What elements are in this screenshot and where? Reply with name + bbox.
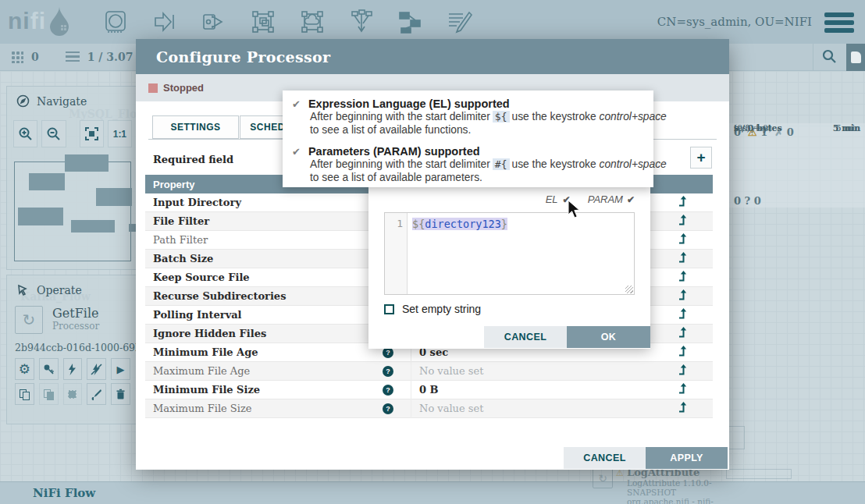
group-button[interactable]: [63, 383, 83, 405]
output-port-component-icon[interactable]: [200, 8, 228, 36]
property-row[interactable]: Minimum File Size ? 0 B: [145, 381, 713, 399]
required-field-label: Required field: [153, 154, 233, 165]
convert-to-parameter-icon[interactable]: [678, 364, 688, 378]
property-name: Maximum File Size: [145, 403, 379, 414]
help-icon[interactable]: ?: [383, 366, 393, 377]
access-policies-button[interactable]: [39, 358, 59, 380]
property-value[interactable]: 0 B: [411, 381, 659, 399]
convert-to-parameter-icon[interactable]: [678, 346, 688, 360]
operate-title: Operate: [37, 284, 82, 296]
processor-component-icon[interactable]: [101, 8, 130, 36]
property-row[interactable]: Maximum File Age ? No value set: [145, 362, 713, 381]
delete-button[interactable]: [111, 383, 130, 405]
zoom-in-button[interactable]: [13, 120, 37, 147]
input-port-component-icon[interactable]: [151, 8, 179, 36]
tooltip-body-line2: to see a list of available functions.: [310, 123, 653, 137]
label-component-icon[interactable]: [446, 8, 474, 36]
start-button[interactable]: ▶: [111, 358, 130, 380]
editor-code-area[interactable]: ${directory123}: [408, 213, 634, 294]
tab-settings[interactable]: SETTINGS: [152, 115, 239, 139]
enable-button[interactable]: [63, 358, 83, 380]
configuration-button[interactable]: ⚙: [15, 358, 34, 380]
editor-cancel-button[interactable]: CANCEL: [484, 326, 567, 348]
property-value[interactable]: No value set: [411, 362, 659, 381]
search-icon[interactable]: [821, 48, 837, 67]
convert-to-parameter-icon[interactable]: [678, 271, 688, 285]
bulletin-board-button[interactable]: [846, 44, 865, 71]
tooltip-item: ✔ Expression Language (EL) supported Aft…: [292, 98, 653, 137]
cancel-button[interactable]: CANCEL: [564, 447, 646, 469]
set-empty-string-checkbox[interactable]: [384, 304, 394, 314]
help-icon[interactable]: ?: [383, 385, 393, 396]
disable-button[interactable]: [87, 358, 106, 380]
zoom-fit-button[interactable]: [80, 120, 104, 147]
convert-to-parameter-icon[interactable]: [678, 252, 688, 266]
convert-to-parameter-icon[interactable]: [678, 233, 688, 247]
processor-icon: ↻: [593, 468, 613, 488]
property-row[interactable]: Maximum File Size ? No value set: [145, 399, 713, 418]
check-icon: ✔: [292, 98, 301, 110]
component-type: Processor: [52, 321, 130, 332]
bg-logattribute-processor: ↻ ⚠ LogAttribute LogAttribute 1.10.0-SNA…: [582, 467, 742, 504]
property-name: Ignore Hidden Files: [145, 328, 379, 339]
expression-code-editor[interactable]: 1 ${directory123}: [384, 212, 635, 295]
status-label: Stopped: [163, 82, 204, 94]
queued-icon: [66, 51, 80, 62]
navigate-header: Navigate: [7, 87, 138, 115]
property-value[interactable]: No value set: [411, 399, 659, 418]
el-param-tooltip: ✔ Expression Language (EL) supported Aft…: [283, 91, 653, 187]
convert-to-parameter-icon[interactable]: [678, 289, 688, 303]
tooltip-body-line2: to see a list of available parameters.: [310, 171, 653, 184]
navigate-panel: Navigate 1:1: [6, 86, 139, 270]
property-name: Maximum File Age: [145, 365, 379, 377]
zoom-out-button[interactable]: [41, 120, 66, 147]
convert-to-parameter-icon[interactable]: [678, 327, 688, 341]
process-group-component-icon[interactable]: [249, 8, 277, 36]
component-toolbar: [101, 8, 474, 36]
funnel-component-icon[interactable]: [347, 8, 376, 36]
nifi-app: nifi CN=sys_admin, OU=NIFI 0 1 / 3.07 MB…: [0, 0, 865, 504]
property-name: Keep Source File: [145, 272, 379, 283]
processor-icon: ↻: [15, 306, 43, 334]
bg-process-group-stats: 0 ⚠ 1 ✗ 0 tes) tes) → 05 min s / 0 bytes…: [729, 123, 865, 208]
apply-button[interactable]: APPLY: [646, 447, 728, 469]
birdseye-minimap[interactable]: [14, 161, 131, 261]
convert-to-parameter-icon[interactable]: [678, 308, 688, 322]
property-name: Batch Size: [145, 253, 379, 264]
property-name: Minimum File Age: [145, 346, 379, 358]
set-empty-string-option[interactable]: Set empty string: [384, 303, 481, 315]
remote-process-group-component-icon[interactable]: [298, 8, 326, 36]
property-name: Path Filter: [145, 234, 379, 246]
convert-to-parameter-icon[interactable]: [678, 215, 688, 229]
editor-resize-handle[interactable]: [625, 286, 633, 293]
el-param-support-indicators: EL ✔ PARAM ✔: [546, 193, 635, 205]
copy-button[interactable]: [15, 383, 34, 405]
dialog-header: Configure Processor: [136, 39, 729, 74]
editor-line-number: 1: [385, 213, 408, 294]
convert-to-parameter-icon[interactable]: [678, 196, 688, 210]
selected-component-card: ↻ GetFile Processor 2b944ccb-016d-1000-6…: [7, 304, 138, 355]
set-empty-string-label: Set empty string: [402, 303, 481, 315]
add-property-button[interactable]: +: [690, 147, 712, 169]
active-threads-count: 0: [31, 51, 39, 63]
zoom-actual-button[interactable]: 1:1: [108, 120, 132, 147]
paste-button[interactable]: [39, 383, 59, 405]
breadcrumb-root[interactable]: NiFi Flow: [33, 486, 95, 500]
color-button[interactable]: [87, 383, 106, 405]
convert-to-parameter-icon[interactable]: [678, 383, 688, 397]
bg-pg-footer: 0 ? 0: [734, 195, 761, 207]
component-id[interactable]: 2b944ccb-016d-1000-69b1-c3...: [15, 334, 130, 355]
help-icon[interactable]: ?: [383, 403, 393, 414]
editor-ok-button[interactable]: OK: [567, 326, 650, 348]
property-name: Input Directory: [145, 197, 379, 208]
operate-panel: Operate ↻ GetFile Processor 2b944ccb-016…: [6, 275, 139, 424]
stopped-status-icon: [148, 83, 158, 93]
property-name: File Filter: [145, 215, 379, 227]
nifi-droplet-icon: [48, 6, 71, 36]
param-check-icon: ✔: [627, 194, 635, 205]
convert-to-parameter-icon[interactable]: [678, 402, 688, 416]
operate-buttons-row1: ⚙ ▶: [7, 355, 138, 380]
global-menu-button[interactable]: [824, 12, 854, 33]
template-component-icon[interactable]: [397, 8, 425, 36]
tooltip-title: Expression Language (EL) supported: [308, 98, 510, 110]
